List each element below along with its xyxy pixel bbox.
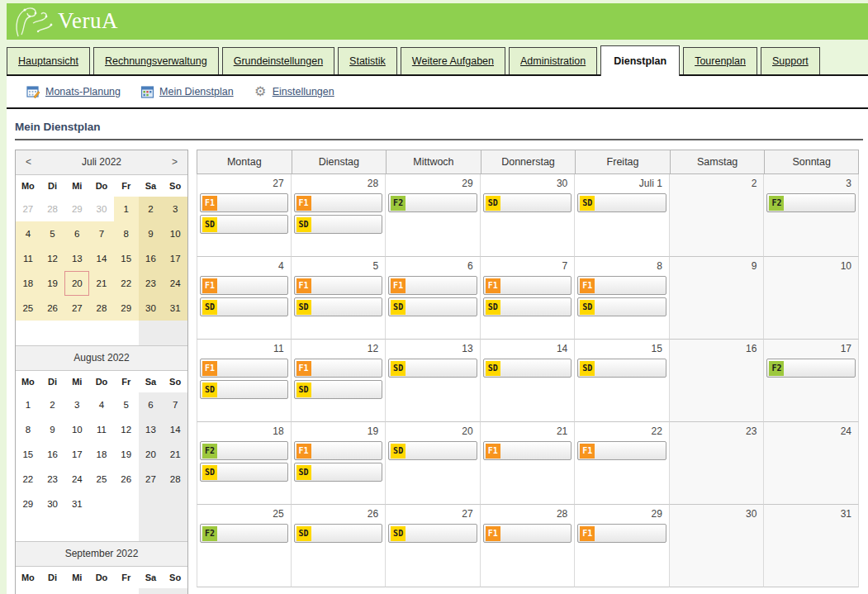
tab-tourenplan[interactable]: Tourenplan [683, 47, 757, 74]
shift-entry[interactable]: SD [294, 463, 383, 482]
day-cell[interactable]: 19F1SD [292, 422, 387, 505]
mini-day[interactable]: 10 [64, 417, 89, 442]
day-cell[interactable]: 30 [670, 505, 765, 587]
mini-day[interactable]: 27 [139, 467, 164, 492]
shift-entry[interactable]: F1 [294, 193, 383, 212]
day-cell[interactable]: 14SD [481, 340, 576, 422]
subnav-item-einstellungen[interactable]: ⚙ Einstellungen [254, 85, 334, 99]
mini-day[interactable]: 31 [163, 296, 187, 321]
tab-grundeinstellungen[interactable]: Grundeinstellungen [222, 47, 334, 74]
mini-day-today[interactable]: 20 [64, 271, 89, 296]
tab-hauptansicht[interactable]: Hauptansicht [7, 47, 90, 74]
mini-day[interactable]: 1 [16, 392, 40, 417]
mini-day[interactable]: 30 [89, 197, 114, 221]
mini-day[interactable]: 2 [139, 197, 164, 221]
day-cell[interactable]: 6F1SD [386, 257, 481, 340]
mini-day[interactable]: 27 [16, 197, 40, 221]
mini-day[interactable]: 1 [114, 197, 139, 221]
day-cell[interactable]: 12F1SD [292, 340, 387, 422]
shift-entry[interactable]: SD [483, 297, 572, 316]
shift-entry[interactable]: F2 [766, 359, 856, 378]
shift-entry[interactable]: F1 [483, 524, 572, 543]
tab-support[interactable]: Support [761, 47, 820, 74]
shift-entry[interactable]: SD [388, 441, 477, 460]
mini-day[interactable]: 9 [40, 417, 65, 442]
mini-day[interactable]: 27 [64, 296, 89, 321]
mini-day[interactable]: 30 [139, 296, 164, 321]
day-cell[interactable]: 25F2 [197, 505, 292, 587]
mini-day[interactable]: 16 [139, 246, 164, 271]
shift-entry[interactable]: F1 [577, 276, 666, 295]
shift-entry[interactable]: SD [294, 215, 383, 234]
shift-entry[interactable]: F1 [200, 276, 288, 295]
mini-day[interactable]: 23 [139, 271, 164, 296]
day-cell[interactable]: 29F2 [386, 174, 481, 257]
day-cell[interactable]: 17F2 [764, 340, 859, 422]
day-cell[interactable]: 24 [764, 422, 859, 505]
mini-day[interactable]: 2 [40, 392, 65, 417]
mini-day[interactable]: 24 [64, 467, 89, 492]
prev-month-button[interactable]: < [21, 150, 36, 174]
mini-day[interactable]: 22 [114, 271, 139, 296]
mini-day[interactable]: 6 [139, 392, 164, 417]
day-cell[interactable]: 11F1SD [197, 340, 292, 422]
mini-day[interactable]: 1 [89, 588, 114, 594]
mini-day[interactable]: 15 [16, 442, 40, 467]
shift-entry[interactable]: SD [200, 215, 288, 234]
mini-day[interactable]: 26 [40, 296, 65, 321]
mini-day[interactable]: 15 [114, 246, 139, 271]
mini-day[interactable]: 29 [16, 492, 40, 516]
mini-day[interactable]: 29 [114, 296, 139, 321]
mini-day[interactable]: 12 [114, 417, 139, 442]
day-cell[interactable]: 2 [670, 174, 765, 257]
mini-day[interactable]: 28 [163, 467, 187, 492]
day-cell[interactable]: 20SD [386, 422, 481, 505]
tab-rechnungsverwaltung[interactable]: Rechnungsverwaltung [93, 47, 219, 74]
subnav-item-monats-planung[interactable]: Monats-Planung [26, 85, 121, 99]
subnav-item-mein-dienstplan[interactable]: Mein Dienstplan [140, 85, 234, 99]
mini-day[interactable]: 31 [64, 492, 89, 516]
mini-day[interactable]: 5 [40, 221, 65, 246]
shift-entry[interactable]: SD [294, 524, 383, 543]
day-cell[interactable]: 13SD [386, 340, 481, 422]
day-cell[interactable]: 28F1 [481, 505, 576, 587]
tab-administration[interactable]: Administration [509, 47, 597, 74]
mini-day[interactable]: 3 [64, 392, 89, 417]
mini-day[interactable]: 10 [163, 221, 187, 246]
shift-entry[interactable]: F1 [388, 276, 477, 295]
mini-day[interactable]: 9 [139, 221, 164, 246]
day-cell[interactable]: 4F1SD [197, 257, 292, 340]
mini-day[interactable]: 13 [64, 246, 89, 271]
mini-day[interactable]: 4 [163, 588, 187, 594]
mini-day[interactable]: 19 [40, 271, 65, 296]
shift-entry[interactable]: F2 [200, 441, 288, 460]
day-cell[interactable]: 16 [670, 340, 765, 422]
day-cell[interactable]: 26SD [292, 505, 387, 587]
mini-day[interactable]: 29 [64, 197, 89, 221]
mini-day[interactable]: 8 [16, 417, 40, 442]
mini-day[interactable]: 16 [40, 442, 65, 467]
mini-day[interactable]: 17 [64, 442, 89, 467]
day-cell[interactable]: 5F1SD [292, 257, 387, 340]
mini-day[interactable]: 4 [16, 221, 40, 246]
mini-day[interactable]: 26 [114, 467, 139, 492]
shift-entry[interactable]: SD [483, 359, 572, 378]
tab-dienstplan[interactable]: Dienstplan [600, 45, 680, 76]
mini-day[interactable]: 28 [40, 197, 65, 221]
tab-weitere-aufgaben[interactable]: Weitere Aufgaben [401, 47, 505, 74]
shift-entry[interactable]: F2 [766, 193, 856, 212]
shift-entry[interactable]: F1 [200, 359, 288, 378]
shift-entry[interactable]: F1 [200, 193, 288, 212]
mini-day[interactable]: 8 [114, 221, 139, 246]
day-cell[interactable]: 9 [670, 257, 765, 340]
shift-entry[interactable]: SD [577, 193, 666, 212]
shift-entry[interactable]: SD [294, 380, 383, 399]
shift-entry[interactable]: F1 [294, 276, 383, 295]
day-cell[interactable]: 30SD [481, 174, 576, 257]
mini-day[interactable]: 21 [163, 442, 187, 467]
mini-day[interactable]: 3 [139, 588, 164, 594]
shift-entry[interactable]: SD [483, 193, 572, 212]
mini-day[interactable]: 7 [163, 392, 187, 417]
shift-entry[interactable]: SD [577, 359, 666, 378]
mini-day[interactable]: 17 [163, 246, 187, 271]
